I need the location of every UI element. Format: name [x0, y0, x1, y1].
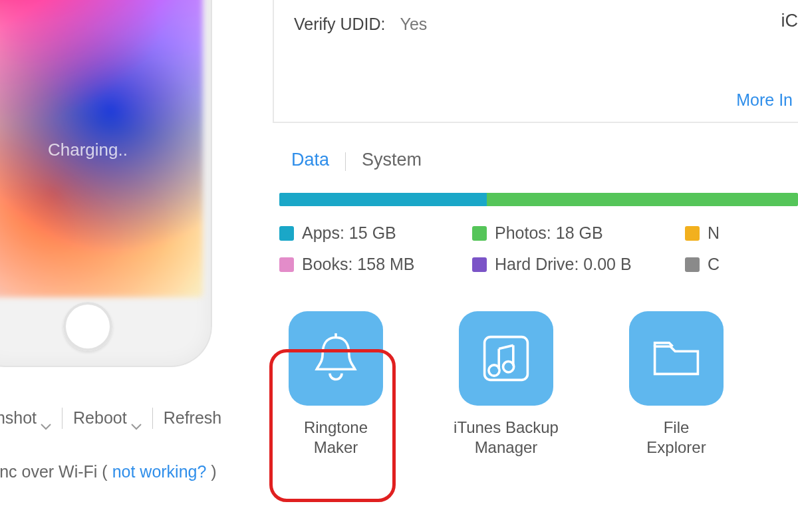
legend-item: Photos: 18 GB	[472, 223, 685, 243]
svg-point-3	[489, 365, 499, 376]
chevron-down-icon	[131, 415, 142, 422]
itunes-backup-label: iTunes BackupManager	[454, 418, 559, 458]
svg-point-2	[503, 362, 514, 372]
ringtone-maker-button[interactable]: RingtoneMaker	[279, 311, 392, 458]
device-mockup: Charging..	[0, 0, 211, 366]
divider	[152, 408, 153, 429]
divider	[345, 152, 346, 171]
device-info-panel: Verify UDID: Yes iC More In	[273, 0, 798, 123]
legend-item: Apps: 15 GB	[279, 223, 472, 243]
file-explorer-label: FileExplorer	[646, 418, 706, 458]
legend-item: Books: 158 MB	[279, 255, 472, 274]
legend-swatch	[685, 226, 700, 241]
legend-swatch	[472, 257, 487, 272]
storage-legend: Apps: 15 GBPhotos: 18 GBNBooks: 158 MBHa…	[279, 223, 798, 274]
device-status-text: Charging..	[0, 140, 211, 160]
legend-item: N	[685, 223, 798, 243]
legend-label: Apps: 15 GB	[302, 223, 396, 243]
chevron-down-icon	[41, 415, 51, 422]
itunes-backup-button[interactable]: iTunes BackupManager	[450, 311, 563, 458]
legend-swatch	[472, 226, 487, 241]
folder-icon	[629, 311, 724, 406]
storage-usage-bar	[279, 193, 798, 206]
file-explorer-button[interactable]: FileExplorer	[620, 311, 733, 458]
tab-system[interactable]: System	[362, 150, 422, 173]
tab-data[interactable]: Data	[291, 150, 329, 173]
refresh-button-label: Refresh	[164, 408, 222, 428]
legend-label: N	[708, 223, 720, 243]
wifi-sync-suffix: )	[206, 462, 216, 481]
storage-tabs: Data System	[291, 150, 798, 173]
ringtone-maker-label: RingtoneMaker	[304, 418, 368, 458]
more-info-link[interactable]: More In	[736, 90, 793, 110]
wifi-sync-prefix: Sync over Wi-Fi (	[0, 462, 112, 481]
legend-label: Books: 158 MB	[302, 255, 415, 274]
storage-segment	[487, 193, 798, 206]
verify-udid-value: Yes	[400, 15, 428, 34]
legend-swatch	[279, 226, 294, 241]
info-cutoff-text: iC	[781, 11, 799, 31]
screenshot-button[interactable]: enshot	[0, 406, 58, 430]
refresh-button[interactable]: Refresh	[157, 406, 229, 430]
reboot-button[interactable]: Reboot	[66, 406, 148, 430]
legend-swatch	[685, 257, 700, 272]
divider	[62, 408, 63, 429]
bell-icon	[289, 311, 383, 406]
legend-item: C	[685, 255, 798, 274]
home-button-icon	[63, 302, 112, 351]
legend-swatch	[279, 257, 294, 272]
legend-label: C	[708, 255, 720, 274]
legend-label: Photos: 18 GB	[495, 223, 603, 243]
music-note-icon	[459, 311, 553, 406]
legend-label: Hard Drive: 0.00 B	[495, 255, 632, 274]
legend-item: Hard Drive: 0.00 B	[472, 255, 685, 274]
storage-segment	[279, 193, 487, 206]
tools-row: RingtoneMaker iTunes BackupManager	[279, 311, 798, 458]
screenshot-button-label: enshot	[0, 408, 37, 428]
wifi-not-working-link[interactable]: not working?	[112, 462, 207, 481]
verify-udid-label: Verify UDID:	[294, 15, 386, 34]
reboot-button-label: Reboot	[73, 408, 127, 428]
